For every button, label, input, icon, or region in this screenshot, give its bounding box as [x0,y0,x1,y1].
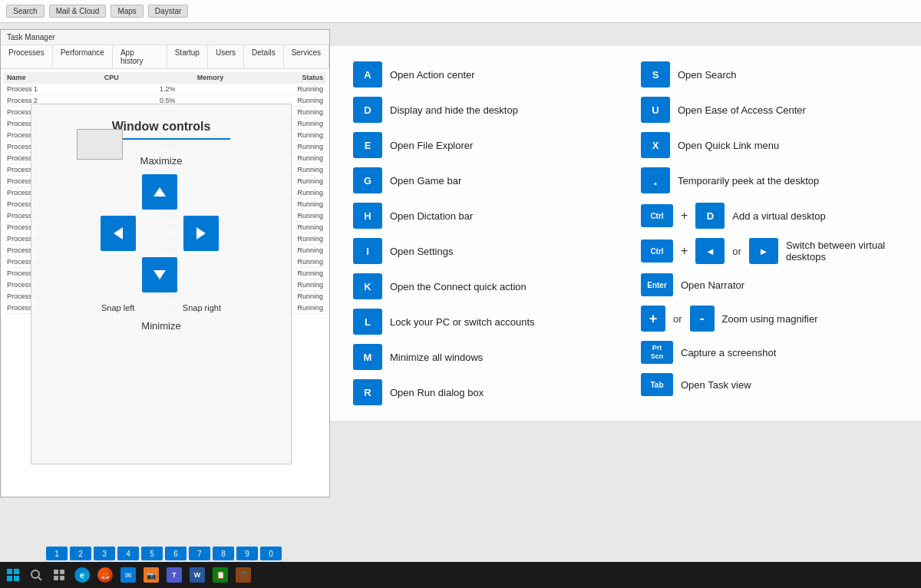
shortcut-row-r: R Open Run dialog box [353,379,610,405]
word-button[interactable]: W [187,565,207,585]
key-badge-g: G [353,167,382,193]
shortcut-desc-prtscn: Capture a screenshot [681,347,776,358]
teams-button[interactable]: T [164,565,184,585]
shortcut-desc-s: Open Search [678,69,737,81]
shortcut-desc-l: Lock your PC or switch accounts [390,316,535,328]
photos-icon: 📷 [144,567,159,583]
page-btn-2[interactable]: 2 [70,547,91,560]
task-view-icon [53,569,65,581]
key-badge-l: L [353,309,382,335]
shortcut-row-l: L Lock your PC or switch accounts [353,309,610,335]
key-badge-arrow-left: ◄ [695,238,725,264]
page-btn-1[interactable]: 1 [46,547,68,560]
key-badge-e: E [353,132,382,158]
maximize-label: Maximize [140,155,183,167]
taskbar-daystar-btn[interactable]: Daystar [148,5,188,18]
svg-rect-0 [7,569,12,574]
page-btn-3[interactable]: 3 [94,547,115,560]
key-badge-h: H [353,203,382,229]
shortcut-desc-u: Open Ease of Access Center [678,104,806,116]
tm-tab-details[interactable]: Details [244,45,284,68]
grid-cell-empty-center [142,216,177,251]
key-badge-period: . [641,167,670,193]
window-controls-title: Window controls [112,120,211,134]
shortcut-desc-x: Open Quick Link menu [678,140,779,151]
taskbar-search-btn[interactable]: Search [6,5,45,18]
shortcut-desc-period: Temporarily peek at the desktop [678,175,819,187]
key-badge-a: A [353,61,382,88]
tm-tab-startup[interactable]: Startup [167,45,208,68]
page-btn-0[interactable]: 0 [260,547,282,560]
mini-window-preview [77,129,123,160]
page-btn-5[interactable]: 5 [141,547,163,560]
arrow-down-icon [154,270,166,279]
shortcuts-right-column: S Open Search U Open Ease of Access Cent… [641,61,898,405]
tm-tab-apphistory[interactable]: App history [113,45,167,68]
tm-tab-services[interactable]: Services [284,45,329,68]
firefox-button[interactable]: 🦊 [95,565,115,585]
shortcut-desc-ctrl-d: Add a virtual desktop [732,210,825,222]
word-icon: W [190,567,205,583]
page-btn-9[interactable]: 9 [236,547,258,560]
snap-up-button[interactable] [142,174,177,210]
page-btn-4[interactable]: 4 [117,547,139,560]
shortcut-row-g: G Open Game bar [353,167,610,193]
snap-labels: Snap left Snap right [101,303,221,312]
tm-tab-processes[interactable]: Processes [1,45,53,68]
grid-cell-empty-tl [101,174,136,210]
key-badge-d2: D [695,203,725,229]
tm-row: Process 11.2%Running [4,84,326,95]
key-badge-ctrl2: Ctrl [641,239,673,263]
mail-button[interactable]: ✉ [118,565,138,585]
svg-rect-1 [14,569,19,574]
app2-button[interactable]: 🎵 [233,565,253,585]
page-btn-6[interactable]: 6 [165,547,187,560]
key-badge-u: U [641,97,670,123]
windows-start-button[interactable] [3,565,23,585]
key-badge-x: X [641,132,670,158]
shortcut-row-ctrl-arrows: Ctrl + ◄ or ► Switch between virtual des… [641,238,898,264]
svg-line-5 [38,577,41,580]
shortcut-row-tab: Tab Open Task view [641,373,898,396]
app1-icon: 📋 [213,567,228,583]
shortcut-desc-r: Open Run dialog box [390,387,484,398]
key-badge-d: D [353,97,382,123]
snap-down-button[interactable] [142,257,177,292]
key-badge-ctrl: Ctrl [641,204,673,227]
grid-cell-empty-br [183,257,219,292]
tm-tab-users[interactable]: Users [208,45,244,68]
shortcut-row-d: D Display and hide the desktop [353,97,610,123]
firefox-icon: 🦊 [97,567,113,583]
grid-cell-empty-tr [183,174,219,210]
taskbar-mail-btn[interactable]: Mail & Cloud [49,5,107,18]
app1-button[interactable]: 📋 [210,565,230,585]
windows-icon [7,569,19,581]
shortcut-row-x: X Open Quick Link menu [641,132,898,158]
shortcut-row-m: M Minimize all windows [353,344,610,370]
or-text-arrows: or [732,246,741,257]
key-badge-s: S [641,61,670,88]
arrow-right-icon [196,227,206,239]
taskbar-maps-btn[interactable]: Maps [111,5,143,18]
taskbar-bottom: e 🦊 ✉ 📷 T W 📋 🎵 [0,562,921,588]
shortcut-desc-h: Open Dictation bar [390,210,473,222]
snap-left-button[interactable] [101,216,136,251]
page-btn-8[interactable]: 8 [213,547,234,560]
shortcut-row-zoom: + or - Zoom using magnifier [641,306,898,332]
key-badge-enter: Enter [641,273,673,296]
grid-cell-empty-bl [101,257,136,292]
snap-right-button[interactable] [183,216,219,251]
photos-button[interactable]: 📷 [141,565,161,585]
shortcut-desc-tab: Open Task view [681,379,751,391]
shortcut-row-e: E Open File Explorer [353,132,610,158]
task-view-button[interactable] [49,565,69,585]
page-btn-7[interactable]: 7 [189,547,210,560]
shortcut-desc-m: Minimize all windows [390,352,483,363]
key-badge-prtscn: PrtScn [641,341,673,364]
tm-tab-performance[interactable]: Performance [53,45,113,68]
shortcut-row-h: H Open Dictation bar [353,203,610,229]
search-taskbar-button[interactable] [26,565,46,585]
edge-button[interactable]: e [72,565,92,585]
shortcut-desc-e: Open File Explorer [390,140,473,151]
shortcut-row-period: . Temporarily peek at the desktop [641,167,898,193]
